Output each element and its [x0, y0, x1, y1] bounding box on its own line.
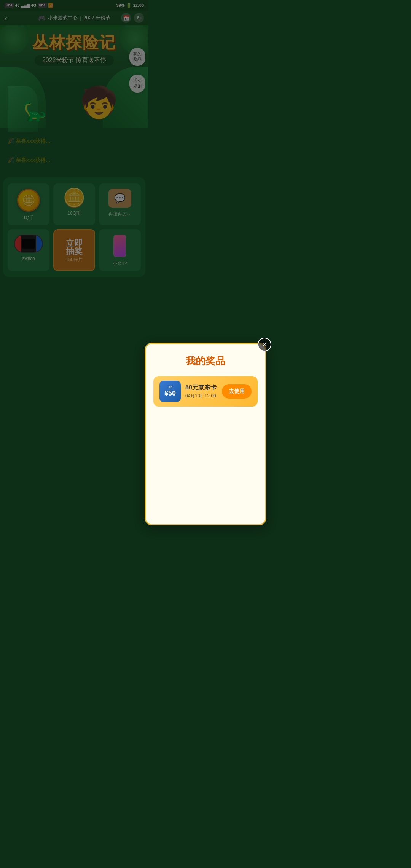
modal-overlay: ✕ 我的奖品 JD ¥50 50元京东卡 04月13日12:00 去使用 [0, 0, 148, 312]
